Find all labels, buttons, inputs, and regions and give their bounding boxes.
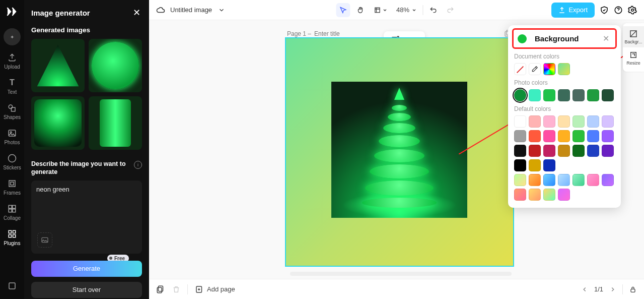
zoom-level[interactable]: 48% xyxy=(393,3,419,17)
rail-item-shapes[interactable]: Shapes xyxy=(0,99,24,124)
swatch-default[interactable] xyxy=(543,145,555,157)
svg-rect-8 xyxy=(9,209,12,212)
swatch-default[interactable] xyxy=(529,145,541,157)
prompt-input[interactable]: neon green xyxy=(31,181,142,254)
crop-tool[interactable] xyxy=(370,3,390,17)
swatch-eyedropper[interactable] xyxy=(529,63,541,75)
canvas-image[interactable] xyxy=(331,82,467,218)
app-logo[interactable] xyxy=(6,5,19,18)
swatch-default[interactable] xyxy=(587,145,599,157)
swatch-default[interactable] xyxy=(529,159,541,171)
swatch-gradient[interactable] xyxy=(514,174,526,186)
rail-item-photos[interactable]: Photos xyxy=(0,124,24,149)
swatch-default[interactable] xyxy=(543,159,555,171)
swatch-default[interactable] xyxy=(529,115,541,128)
swatch-gradient[interactable] xyxy=(587,174,599,186)
rail-item-upload[interactable]: Upload xyxy=(0,48,24,74)
swatch-default[interactable] xyxy=(558,145,570,157)
swatch-default[interactable] xyxy=(573,130,585,142)
swatch-default[interactable] xyxy=(514,115,526,128)
swatch-photo[interactable] xyxy=(602,89,614,101)
swatch-photo[interactable] xyxy=(543,89,555,101)
prev-page-button[interactable] xyxy=(581,286,588,293)
rail-item-design[interactable]: ✦ xyxy=(4,28,21,45)
swatch-gradient[interactable] xyxy=(543,189,555,201)
swatch-default[interactable] xyxy=(558,130,570,142)
svg-rect-6 xyxy=(9,205,12,208)
hand-tool[interactable] xyxy=(353,3,367,17)
swatch-default[interactable] xyxy=(587,115,599,128)
start-over-button[interactable]: Start over xyxy=(31,282,142,298)
swatch-gradient[interactable] xyxy=(602,174,614,186)
swatch-default[interactable] xyxy=(602,145,614,157)
swatch-gradient[interactable] xyxy=(529,174,541,186)
cloud-icon[interactable] xyxy=(156,6,165,15)
rail-item-plugins[interactable]: Plugins xyxy=(0,225,24,250)
document-title[interactable]: Untitled image xyxy=(170,6,212,14)
swatch-default[interactable] xyxy=(602,115,614,128)
generated-thumb-circle[interactable] xyxy=(89,39,142,92)
redo-button[interactable] xyxy=(443,3,457,17)
undo-button[interactable] xyxy=(426,3,440,17)
layers-button[interactable] xyxy=(156,285,165,294)
next-page-button[interactable] xyxy=(609,286,616,293)
swatch-default[interactable] xyxy=(587,130,599,142)
rail-item-collage[interactable]: Collage xyxy=(0,200,24,225)
generate-button[interactable]: Generate xyxy=(31,261,142,277)
canvas-viewport[interactable]: Page 1 – ⋯ xyxy=(149,20,644,279)
swatch-gradient[interactable] xyxy=(543,174,555,186)
swatch-rainbow[interactable] xyxy=(543,63,555,75)
generated-thumb-tree[interactable] xyxy=(31,39,85,92)
settings-icon[interactable] xyxy=(628,6,637,15)
swatch-default[interactable] xyxy=(514,145,526,157)
page-label: Page 1 – xyxy=(287,30,349,37)
swatch-photo[interactable] xyxy=(529,89,541,101)
generated-thumb-face[interactable] xyxy=(31,96,85,150)
swatch-default[interactable] xyxy=(558,115,570,128)
lock-button[interactable] xyxy=(629,285,637,293)
export-button[interactable]: Export xyxy=(551,3,595,18)
swatch-gradient[interactable] xyxy=(573,174,585,186)
horizontal-scrollbar[interactable] xyxy=(290,272,512,276)
swatch-default[interactable] xyxy=(529,130,541,142)
swatch-gradient[interactable] xyxy=(514,189,526,201)
page-title-input[interactable] xyxy=(314,30,349,37)
rail-item-more[interactable] xyxy=(0,277,24,295)
swatch-default[interactable] xyxy=(602,130,614,142)
delete-button[interactable] xyxy=(172,285,180,293)
rail-item-text[interactable]: T Text xyxy=(0,74,24,99)
svg-point-3 xyxy=(10,132,12,133)
swatch-default[interactable] xyxy=(514,130,526,142)
swatch-default[interactable] xyxy=(514,159,526,171)
swatch-photo[interactable] xyxy=(573,89,585,101)
swatch-default[interactable] xyxy=(573,115,585,128)
info-icon[interactable]: i xyxy=(134,161,142,169)
chevron-down-icon[interactable] xyxy=(217,6,226,15)
canvas-page[interactable] xyxy=(285,37,514,267)
swatch-gradient[interactable] xyxy=(529,189,541,201)
swatch-gradient-current[interactable] xyxy=(558,63,570,75)
close-panel-button[interactable]: ✕ xyxy=(131,7,142,18)
swatch-default[interactable] xyxy=(573,145,585,157)
swatch-default[interactable] xyxy=(543,130,555,142)
add-page-button[interactable]: Add page xyxy=(195,285,235,294)
swatch-photo[interactable] xyxy=(558,89,570,101)
swatch-photo[interactable] xyxy=(514,89,526,101)
rail-item-stickers[interactable]: Stickers xyxy=(0,149,24,174)
swatch-gradient[interactable] xyxy=(558,189,570,201)
prompt-attach-icon[interactable] xyxy=(37,232,52,248)
popover-close-button[interactable]: ✕ xyxy=(601,34,611,43)
swatch-gradient[interactable] xyxy=(558,174,570,186)
swatch-default[interactable] xyxy=(543,115,555,128)
right-rail-background[interactable]: Backgr... xyxy=(623,26,644,47)
swatch-none[interactable] xyxy=(514,63,526,75)
generated-thumb-cylinder[interactable] xyxy=(89,96,142,150)
help-icon[interactable] xyxy=(614,6,623,15)
shield-icon[interactable] xyxy=(600,6,609,15)
select-tool[interactable] xyxy=(336,3,350,17)
svg-rect-13 xyxy=(13,235,16,237)
main-area: Untitled image 48% Export Page 1 – xyxy=(149,0,644,299)
rail-item-frames[interactable]: Frames xyxy=(0,174,24,200)
right-rail-resize[interactable]: Resize xyxy=(623,47,644,69)
swatch-photo[interactable] xyxy=(587,89,599,101)
